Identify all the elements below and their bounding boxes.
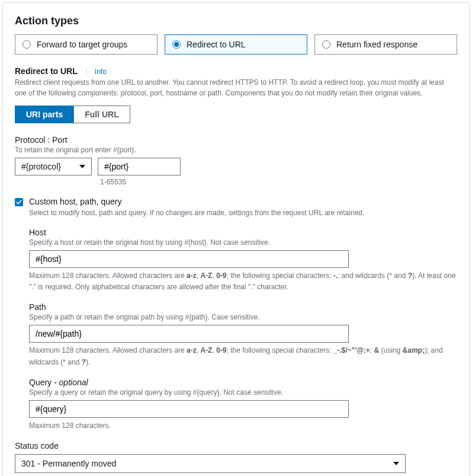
- protocol-select-value: #{protocol}: [21, 162, 61, 171]
- check-icon: [16, 200, 22, 205]
- status-select[interactable]: 301 - Permanently moved: [15, 454, 406, 473]
- redirect-header: Redirect to URL Info: [15, 66, 457, 76]
- divider: [86, 67, 86, 75]
- radio-forward[interactable]: Forward to target groups: [15, 34, 158, 55]
- caret-down-icon: [79, 165, 85, 168]
- radio-fixed-label: Return fixed response: [336, 40, 418, 49]
- radio-redirect[interactable]: Redirect to URL: [165, 34, 307, 55]
- path-hint: Specify a path or retain the original pa…: [29, 313, 457, 321]
- redirect-title: Redirect to URL: [15, 66, 78, 76]
- path-helper: Maximum 128 characters. Allowed characte…: [29, 345, 457, 368]
- protocol-select-wrap: #{protocol}: [15, 158, 92, 175]
- redirect-description: Redirect client requests from one URL to…: [15, 77, 457, 98]
- host-hint: Specify a host or retain the original ho…: [29, 238, 457, 247]
- radio-icon: [322, 40, 330, 49]
- caret-down-icon: [393, 462, 399, 465]
- query-helper: Maximum 128 characters.: [29, 420, 457, 432]
- protocol-port-hint: To retain the original port enter #{port…: [15, 146, 457, 154]
- radio-redirect-label: Redirect to URL: [187, 40, 246, 49]
- custom-checkbox-desc: Select to modify host, path and query. I…: [29, 209, 457, 217]
- status-label: Status code: [15, 441, 457, 451]
- query-field-group: Query - optional Specify a query or reta…: [29, 378, 457, 432]
- radio-icon: [23, 40, 31, 49]
- protocol-port-label: Protocol : Port: [15, 135, 457, 145]
- url-mode-toggle: URI parts Full URL: [15, 106, 130, 123]
- query-label: Query - optional: [29, 378, 457, 387]
- radio-fixed[interactable]: Return fixed response: [314, 34, 457, 55]
- port-range-hint: 1-65535: [98, 178, 181, 186]
- radio-icon: [172, 40, 181, 49]
- custom-sub-fields: Host Specify a host or retain the origin…: [29, 228, 457, 432]
- custom-checkbox-label: Custom host, path, query: [29, 197, 121, 206]
- info-link[interactable]: Info: [95, 68, 107, 76]
- tab-uri-parts[interactable]: URI parts: [15, 106, 73, 123]
- host-label: Host: [29, 228, 457, 237]
- query-hint: Specify a query or retain the original q…: [29, 388, 457, 397]
- radio-forward-label: Forward to target groups: [37, 40, 127, 49]
- query-input[interactable]: [29, 400, 349, 418]
- path-label: Path: [29, 302, 457, 312]
- path-field-group: Path Specify a path or retain the origin…: [29, 302, 457, 368]
- custom-checkbox[interactable]: [15, 198, 23, 206]
- section-title: Action types: [15, 15, 457, 27]
- panel: Action types Forward to target groups Re…: [2, 2, 470, 476]
- port-column: 1-65535: [98, 158, 181, 186]
- action-type-radio-row: Forward to target groups Redirect to URL…: [15, 34, 457, 55]
- tab-full-url[interactable]: Full URL: [73, 106, 130, 123]
- protocol-port-row: #{protocol} 1-65535: [15, 158, 457, 186]
- protocol-select[interactable]: #{protocol}: [15, 158, 92, 175]
- host-field-group: Host Specify a host or retain the origin…: [29, 228, 457, 293]
- custom-checkbox-row: Custom host, path, query: [15, 197, 457, 206]
- path-input[interactable]: [29, 325, 349, 343]
- status-select-value: 301 - Permanently moved: [21, 459, 116, 468]
- host-helper: Maximum 128 characters. Allowed characte…: [29, 270, 457, 293]
- host-input[interactable]: [29, 250, 349, 268]
- port-input[interactable]: [98, 158, 181, 175]
